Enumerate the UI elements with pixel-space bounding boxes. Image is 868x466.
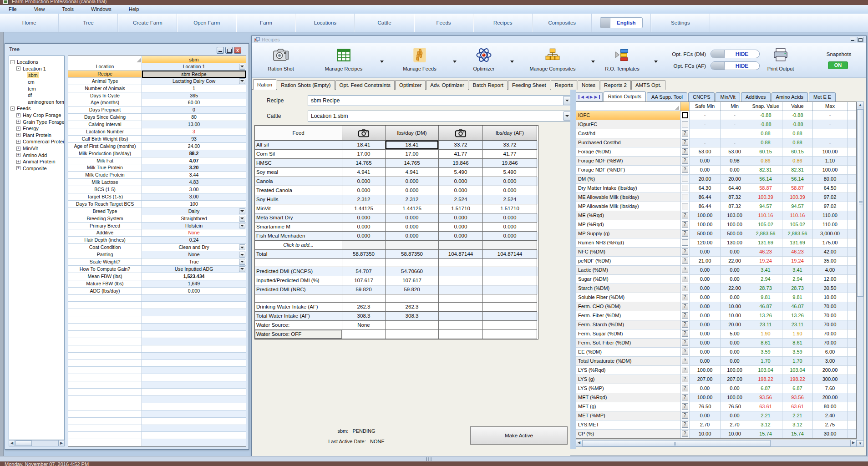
- output-name[interactable]: DM (%): [576, 175, 680, 184]
- feed-value[interactable]: 2.524: [483, 195, 537, 204]
- property-value[interactable]: Lactating Dairy Cow: [142, 78, 246, 85]
- tree-item-energy[interactable]: +Energy: [9, 125, 64, 132]
- dropdown-arrow-icon[interactable]: [239, 208, 245, 214]
- tab-additives[interactable]: Additives: [741, 92, 771, 101]
- menu-item-view[interactable]: View: [25, 5, 54, 14]
- feed-value[interactable]: 0.000: [342, 213, 386, 223]
- help-icon[interactable]: ?: [682, 376, 688, 382]
- property-value[interactable]: [142, 316, 246, 324]
- dropdown-arrow-icon[interactable]: [239, 223, 245, 229]
- property-value[interactable]: 1,649: [142, 280, 246, 288]
- property-value[interactable]: None: [142, 251, 246, 258]
- feed-value[interactable]: 0.000: [342, 232, 386, 241]
- feed-name[interactable]: [255, 294, 342, 303]
- property-value[interactable]: Use Inputted ADG: [142, 266, 246, 273]
- output-name[interactable]: Sugar (%DM): [576, 275, 680, 284]
- output-min[interactable]: 22.00: [721, 284, 749, 293]
- tab-ration[interactable]: Ration: [253, 79, 276, 90]
- property-value[interactable]: 100: [142, 201, 246, 208]
- output-safe-min[interactable]: -: [690, 120, 721, 129]
- output-name[interactable]: IOFC: [576, 111, 680, 120]
- tree-collapse-icon[interactable]: -: [16, 66, 20, 71]
- feed-value[interactable]: 19.846: [483, 159, 537, 168]
- feed-value[interactable]: 0.000: [439, 232, 483, 241]
- output-name[interactable]: Rumen NH3 (%Rqd): [576, 238, 680, 248]
- dropdown-caret-icon[interactable]: [453, 61, 457, 63]
- output-min[interactable]: 0.00: [721, 166, 749, 175]
- output-min[interactable]: 87.32: [721, 193, 749, 202]
- output-safe-min[interactable]: 64.30: [690, 184, 721, 193]
- feed-value[interactable]: 104.87144: [483, 250, 537, 259]
- output-safe-min[interactable]: 0.00: [690, 411, 721, 420]
- tree-item-amino-add[interactable]: +Amino Add: [9, 152, 64, 158]
- output-min[interactable]: 0.00: [721, 275, 749, 284]
- feed-value[interactable]: [483, 241, 537, 250]
- scroll-right-icon[interactable]: ▶: [58, 441, 64, 446]
- tree-item-aminogreen-form[interactable]: aminogreen form: [9, 99, 64, 106]
- output-name[interactable]: ME Allowable Milk (lbs/day): [576, 193, 680, 202]
- feed-value[interactable]: 54.70660: [386, 267, 439, 276]
- feed-value[interactable]: 58.87350: [342, 250, 386, 259]
- property-value[interactable]: 0.24: [142, 237, 246, 244]
- output-name[interactable]: MP Supply (g): [576, 229, 680, 238]
- help-icon[interactable]: ?: [682, 267, 688, 273]
- output-safe-min[interactable]: 100.00: [690, 366, 721, 375]
- property-value[interactable]: [142, 338, 246, 345]
- feed-value[interactable]: [439, 303, 483, 312]
- output-name[interactable]: Starch (%DM): [576, 284, 680, 293]
- output-min[interactable]: 5.00: [721, 329, 749, 339]
- output-name[interactable]: IOpurFC: [576, 120, 680, 129]
- output-safe-min[interactable]: 0.00: [690, 329, 721, 339]
- selected-cell-box[interactable]: [682, 112, 688, 118]
- feed-name[interactable]: Canola: [255, 177, 342, 186]
- feed-name[interactable]: Meta Smart Dry: [255, 213, 342, 223]
- property-value[interactable]: 4.83: [142, 179, 246, 186]
- tree-item-min-vit[interactable]: +Min/Vit: [9, 145, 64, 152]
- feed-value[interactable]: None: [342, 321, 386, 330]
- output-min[interactable]: 53.00: [721, 147, 749, 157]
- property-grid-column-header[interactable]: sbm: [142, 56, 246, 63]
- feed-value[interactable]: 308.3: [386, 312, 439, 321]
- property-value[interactable]: 24.00: [142, 143, 246, 150]
- help-icon[interactable]: ?: [682, 303, 688, 309]
- ribbon-button-home[interactable]: Home: [0, 14, 59, 32]
- feed-value[interactable]: 1.44125: [386, 204, 439, 213]
- tree-collapse-icon[interactable]: -: [10, 106, 15, 111]
- feed-value[interactable]: [483, 259, 537, 267]
- ribbon-button-feeds[interactable]: Feeds: [414, 14, 473, 32]
- output-safe-min[interactable]: 100.00: [690, 211, 721, 220]
- tab-min-vit[interactable]: Min/Vit: [716, 92, 740, 101]
- output-safe-min[interactable]: 207.00: [690, 375, 721, 384]
- feed-value[interactable]: 107.617: [386, 276, 439, 285]
- output-name[interactable]: Ferm. CHO (%DM): [576, 302, 680, 311]
- feed-value[interactable]: 54.707: [342, 267, 386, 276]
- output-min[interactable]: 76.50: [721, 402, 749, 411]
- tree-expand-icon[interactable]: +: [16, 127, 20, 131]
- feed-value[interactable]: 0.000: [439, 177, 483, 186]
- feed-name[interactable]: Predicted DMI (NRC): [255, 285, 342, 294]
- output-safe-min[interactable]: 0.00: [690, 320, 721, 329]
- tree-expand-icon[interactable]: +: [16, 166, 20, 170]
- output-min[interactable]: 2.70: [721, 420, 749, 430]
- help-icon[interactable]: ?: [682, 276, 688, 282]
- feed-value[interactable]: 33.72: [483, 141, 537, 150]
- help-icon[interactable]: ?: [682, 421, 688, 428]
- tab-batch-report[interactable]: Batch Report: [469, 80, 508, 90]
- output-safe-min[interactable]: 0.00: [690, 166, 721, 175]
- dropdown-arrow-icon[interactable]: [239, 64, 245, 70]
- property-value[interactable]: 60.00: [142, 99, 246, 106]
- feed-value[interactable]: [439, 321, 483, 330]
- output-min[interactable]: 10.00: [721, 311, 749, 320]
- ribbon-button-cattle[interactable]: Cattle: [355, 14, 414, 32]
- output-min[interactable]: 0.00: [721, 348, 749, 357]
- feed-name[interactable]: Corn Sil: [255, 150, 342, 159]
- feed-value[interactable]: 262.3: [342, 303, 386, 312]
- first-tab-icon[interactable]: [579, 95, 579, 99]
- feed-value[interactable]: 308.3: [342, 312, 386, 321]
- bottom-splitter-bar[interactable]: [0, 456, 868, 461]
- manage-composites-button[interactable]: Manage Composites: [514, 45, 591, 75]
- property-value[interactable]: [142, 324, 246, 331]
- tree-item-location-1[interactable]: -Location 1: [9, 66, 64, 72]
- property-value[interactable]: Straightbred: [142, 215, 246, 223]
- property-value[interactable]: 1,523.434: [142, 273, 246, 280]
